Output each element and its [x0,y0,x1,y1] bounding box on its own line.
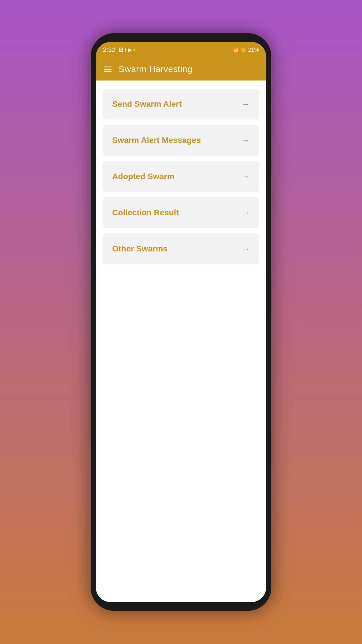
hamburger-menu-button[interactable] [104,66,112,72]
arrow-icon-swarm-alert-messages: → [241,135,250,145]
menu-item-other-swarms[interactable]: Other Swarms → [103,233,259,264]
status-left: 2:32 🖼 f ▶ • [103,46,135,54]
menu-item-label-send-swarm-alert: Send Swarm Alert [112,99,182,109]
menu-item-label-other-swarms: Other Swarms [112,244,168,253]
phone-screen: 2:32 🖼 f ▶ • 📶 📶 21% Swarm Harvesting Se… [96,42,266,602]
menu-item-swarm-alert-messages[interactable]: Swarm Alert Messages → [103,125,259,156]
bluetooth-icon: 📶 [233,47,239,53]
battery-text: 21% [248,47,259,53]
menu-item-label-swarm-alert-messages: Swarm Alert Messages [112,136,201,145]
status-bar: 2:32 🖼 f ▶ • 📶 📶 21% [96,42,266,58]
status-icons: 🖼 f ▶ • [118,47,135,53]
arrow-icon-collection-result: → [241,208,250,218]
status-right: 📶 📶 21% [233,47,259,53]
menu-item-label-collection-result: Collection Result [112,208,179,217]
content-area: Send Swarm Alert → Swarm Alert Messages … [96,80,266,602]
arrow-icon-other-swarms: → [241,244,250,254]
arrow-icon-adopted-swarm: → [241,172,250,181]
menu-item-adopted-swarm[interactable]: Adopted Swarm → [103,161,259,192]
status-time: 2:32 [103,46,115,54]
menu-item-label-adopted-swarm: Adopted Swarm [112,172,174,181]
arrow-icon-send-swarm-alert: → [241,99,250,109]
menu-item-send-swarm-alert[interactable]: Send Swarm Alert → [103,89,259,120]
app-title: Swarm Harvesting [119,64,192,74]
app-header: Swarm Harvesting [96,58,266,80]
menu-item-collection-result[interactable]: Collection Result → [103,197,259,228]
wifi-icon: 📶 [240,47,246,53]
phone-device: 2:32 🖼 f ▶ • 📶 📶 21% Swarm Harvesting Se… [91,33,271,611]
